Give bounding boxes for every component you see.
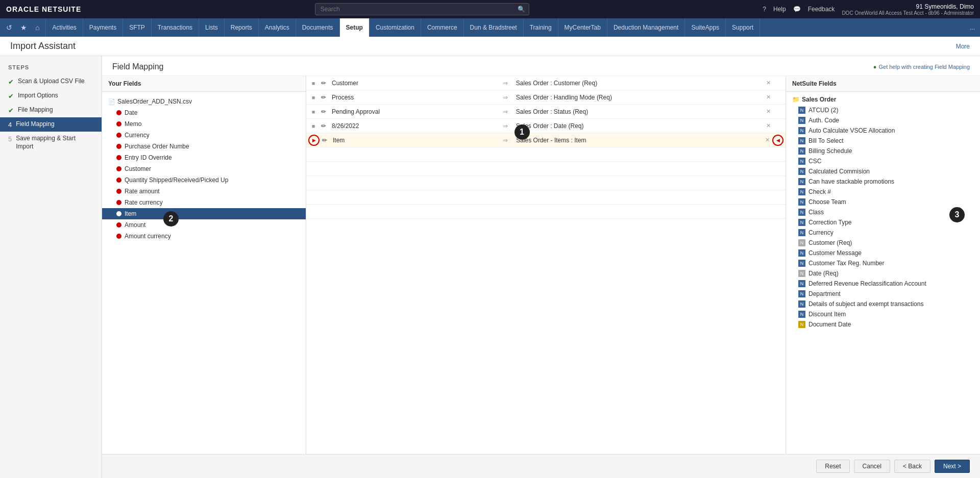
nav-item-deduction-management[interactable]: Deduction Management xyxy=(607,18,685,37)
star-icon[interactable]: ★ xyxy=(18,22,29,33)
ns-item-icon: N xyxy=(798,219,805,226)
ns-item-icon: N xyxy=(798,147,805,155)
nav-item-mycentertab[interactable]: MyCenterTab xyxy=(558,18,607,37)
field-node-date[interactable]: Date xyxy=(102,107,306,118)
ns-item-icon: N xyxy=(798,300,805,308)
reset-button[interactable]: Reset xyxy=(816,460,849,473)
nav-item-documents[interactable]: Documents xyxy=(296,18,340,37)
home-icon[interactable]: ↺ xyxy=(4,22,14,33)
field-node-currency[interactable]: Currency xyxy=(102,130,306,141)
field-node-item[interactable]: Item xyxy=(102,208,306,219)
page-more-link[interactable]: More xyxy=(956,43,970,50)
step-item-5[interactable]: 5Save mapping & Start Import xyxy=(0,132,102,154)
nav-item-payments[interactable]: Payments xyxy=(83,18,123,37)
field-bullet xyxy=(116,222,121,228)
field-label: Rate amount xyxy=(125,188,160,195)
ns-item-choose-team[interactable]: NChoose Team xyxy=(786,197,980,207)
step-item-3[interactable]: ✔File Mapping xyxy=(0,103,102,117)
field-node-amount[interactable]: Amount xyxy=(102,219,306,231)
field-node-amount-currency[interactable]: Amount currency xyxy=(102,231,306,242)
nav-item-transactions[interactable]: Transactions xyxy=(152,18,199,37)
ns-item-calculated-commision[interactable]: NCalculated Commision xyxy=(786,166,980,177)
map-x-1[interactable]: ✕ xyxy=(763,94,773,100)
ns-item-class[interactable]: NClass xyxy=(786,207,980,217)
ns-item-customer-message[interactable]: NCustomer Message xyxy=(786,248,980,258)
ns-item-billing-schedule[interactable]: NBilling Schedule xyxy=(786,146,980,156)
ns-item-label: CSC xyxy=(808,158,821,165)
ns-item-atcud-(2)[interactable]: NATCUD (2) xyxy=(786,105,980,115)
map-dst-3: Sales Order : Date (Req) xyxy=(513,122,763,130)
feedback-label[interactable]: Feedback xyxy=(808,6,835,13)
ns-item-label: Customer Tax Reg. Number xyxy=(808,260,885,267)
nav-item-sftp[interactable]: SFTP xyxy=(123,18,152,37)
ns-item-check-#[interactable]: NCheck # xyxy=(786,187,980,197)
field-node-memo[interactable]: Memo xyxy=(102,118,306,130)
map-src-4: Item xyxy=(330,137,498,144)
search-input[interactable] xyxy=(315,3,529,15)
house-icon[interactable]: ⌂ xyxy=(33,22,41,33)
step-text-5: Save mapping & Start Import xyxy=(16,135,93,150)
chevron-left-btn-4[interactable]: ◀ xyxy=(772,135,783,146)
ns-item-icon: N xyxy=(798,290,805,297)
ns-item-details-of-subject-and-exempt-transactions[interactable]: NDetails of subject and exempt transacti… xyxy=(786,299,980,309)
ns-item-date-(req)[interactable]: NDate (Req) xyxy=(786,268,980,279)
sidebar: STEPS ✔Scan & Upload CSV File✔Import Opt… xyxy=(0,56,102,478)
ns-item-department[interactable]: NDepartment xyxy=(786,289,980,299)
ns-item-correction-type[interactable]: NCorrection Type xyxy=(786,217,980,228)
ns-item-auto-calculate-vsoe-allocation[interactable]: NAuto Calculate VSOE Allocation xyxy=(786,125,980,136)
nav-item-support[interactable]: Support xyxy=(726,18,760,37)
step-item-4[interactable]: 4Field Mapping xyxy=(0,117,102,132)
ns-item-csc[interactable]: NCSC xyxy=(786,156,980,166)
map-x-2[interactable]: ✕ xyxy=(763,108,773,115)
ns-item-customer-tax-reg.-number[interactable]: NCustomer Tax Reg. Number xyxy=(786,258,980,268)
ns-item-auth.-code[interactable]: NAuth. Code xyxy=(786,115,980,125)
field-node-quantity-shipped/received/picked-up[interactable]: Quantity Shipped/Received/Picked Up xyxy=(102,174,306,186)
ns-item-currency[interactable]: NCurrency xyxy=(786,228,980,238)
file-icon: 📄 xyxy=(108,98,115,105)
step-item-1[interactable]: ✔Scan & Upload CSV File xyxy=(0,74,102,89)
field-node-rate-amount[interactable]: Rate amount xyxy=(102,186,306,197)
map-x-3[interactable]: ✕ xyxy=(763,122,773,129)
map-arrow-3: ⇒ xyxy=(498,122,513,130)
field-node-entry-id-override[interactable]: Entry ID Override xyxy=(102,152,306,163)
nav-item-commerce[interactable]: Commerce xyxy=(421,18,464,37)
map-dst-2: Sales Order : Status (Req) xyxy=(513,108,763,115)
nav-item-analytics[interactable]: Analytics xyxy=(259,18,296,37)
ns-item-bill-to-select[interactable]: NBill To Select xyxy=(786,136,980,146)
ns-item-label: Auto Calculate VSOE Allocation xyxy=(808,127,895,134)
nav-item-activities[interactable]: Activities xyxy=(46,18,83,37)
field-mapping-help[interactable]: ● Get help with creating Field Mapping xyxy=(873,64,970,70)
map-edit-2: ✏ xyxy=(318,108,329,115)
ns-item-document-date[interactable]: NDocument Date xyxy=(786,319,980,330)
ns-item-can-have-stackable-promotions[interactable]: NCan have stackable promotions xyxy=(786,177,980,187)
step-text-1: Scan & Upload CSV File xyxy=(18,78,85,86)
nav-item-training[interactable]: Training xyxy=(524,18,558,37)
ns-item-icon: N xyxy=(798,270,805,277)
ns-item-icon: N xyxy=(798,117,805,124)
nav-more[interactable]: ... xyxy=(965,18,980,37)
logo: ORACLE NETSUITE xyxy=(6,5,81,13)
map-x-0[interactable]: ✕ xyxy=(763,80,773,86)
nav-item-suiteapps[interactable]: SuiteApps xyxy=(685,18,726,37)
map-x-4[interactable]: ✕ xyxy=(762,137,772,143)
field-node-purchase-order-numbe[interactable]: Purchase Order Numbe xyxy=(102,141,306,152)
steps-container: ✔Scan & Upload CSV File✔Import Options✔F… xyxy=(0,74,102,154)
next-button[interactable]: Next > xyxy=(935,460,970,473)
help-label[interactable]: Help xyxy=(773,6,786,13)
nav-item-dun-&-bradstreet[interactable]: Dun & Bradstreet xyxy=(464,18,524,37)
nav-item-customization[interactable]: Customization xyxy=(370,18,421,37)
step-item-2[interactable]: ✔Import Options xyxy=(0,89,102,103)
map-edit-3: ✏ xyxy=(318,122,329,130)
nav-item-lists[interactable]: Lists xyxy=(199,18,225,37)
nav-item-setup[interactable]: Setup xyxy=(340,18,370,37)
field-node-rate-currency[interactable]: Rate currency xyxy=(102,197,306,208)
nav-item-reports[interactable]: Reports xyxy=(225,18,259,37)
field-node-customer[interactable]: Customer xyxy=(102,163,306,174)
step-text-3: File Mapping xyxy=(18,106,53,114)
ns-item-discount-item[interactable]: NDiscount Item xyxy=(786,309,980,319)
cancel-button[interactable]: Cancel xyxy=(854,460,890,473)
play-button-4[interactable]: ▶ xyxy=(308,135,320,146)
back-button[interactable]: < Back xyxy=(894,460,930,473)
ns-item-deferred-revenue-reclassification-account[interactable]: NDeferred Revenue Reclassification Accou… xyxy=(786,279,980,289)
ns-item-customer-(req)[interactable]: NCustomer (Req) xyxy=(786,238,980,248)
